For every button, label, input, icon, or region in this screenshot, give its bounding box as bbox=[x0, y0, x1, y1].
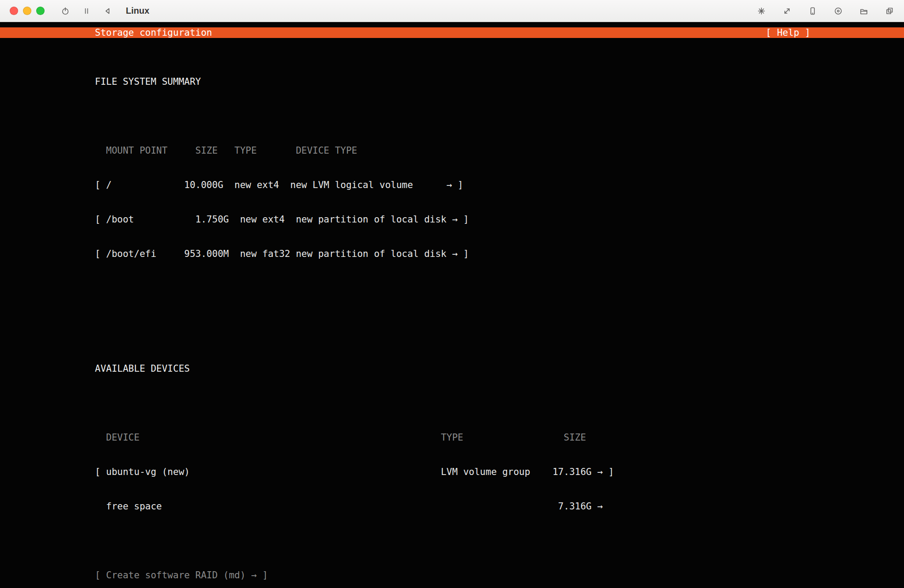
device-icon[interactable] bbox=[808, 6, 817, 16]
close-button[interactable] bbox=[10, 7, 18, 15]
window-title: Linux bbox=[126, 6, 149, 16]
page-title: Storage configuration bbox=[95, 27, 212, 38]
installer-terminal: ◆ ◆ ◆ ◆ ◆ ◆ ◆ ◆ ◆ ◆ ◆ ◆ ◆ ◆ ◆ ◆ ◆ ◆ ◆ ◆ … bbox=[0, 22, 904, 588]
windows-icon[interactable] bbox=[885, 6, 894, 16]
fs-row-boot[interactable]: [ /boot 1.750G new ext4 new partition of… bbox=[95, 214, 904, 225]
fs-summary-column-header: MOUNT POINT SIZE TYPE DEVICE TYPE bbox=[95, 145, 904, 156]
available-devices-column-header: DEVICE TYPE SIZE bbox=[95, 432, 904, 443]
installer-header: Storage configuration [ Help ] bbox=[0, 27, 904, 38]
disc-icon[interactable] bbox=[833, 6, 843, 16]
spacer bbox=[95, 110, 904, 122]
traffic-lights bbox=[10, 7, 45, 15]
power-icon[interactable] bbox=[60, 6, 70, 16]
resize-icon[interactable] bbox=[782, 6, 792, 16]
minimize-button[interactable] bbox=[23, 7, 31, 15]
fs-row-boot-efi[interactable]: [ /boot/efi 953.000M new fat32 new parti… bbox=[95, 248, 904, 260]
fs-summary-heading: FILE SYSTEM SUMMARY bbox=[95, 76, 904, 87]
spacer bbox=[95, 283, 904, 294]
help-button[interactable]: [ Help ] bbox=[766, 27, 810, 38]
drive-icon[interactable] bbox=[859, 6, 869, 16]
available-row-ubuntu-vg[interactable]: [ ubuntu-vg (new) LVM volume group 17.31… bbox=[95, 466, 904, 478]
storage-content: FILE SYSTEM SUMMARY MOUNT POINT SIZE TYP… bbox=[0, 38, 904, 588]
fs-row-root[interactable]: [ / 10.000G new ext4 new LVM logical vol… bbox=[95, 179, 904, 191]
available-devices-heading: AVAILABLE DEVICES bbox=[95, 363, 904, 374]
restart-icon[interactable] bbox=[103, 6, 113, 16]
spacer bbox=[95, 397, 904, 409]
zoom-button[interactable] bbox=[36, 7, 45, 15]
spacer bbox=[95, 317, 904, 328]
spacer bbox=[95, 535, 904, 547]
capture-icon[interactable] bbox=[757, 6, 766, 16]
window-titlebar: Linux bbox=[0, 0, 904, 22]
pause-icon[interactable] bbox=[82, 6, 91, 16]
available-row-free-space[interactable]: free space 7.316G → bbox=[95, 501, 904, 512]
create-software-raid-option[interactable]: [ Create software RAID (md) → ] bbox=[95, 569, 904, 581]
